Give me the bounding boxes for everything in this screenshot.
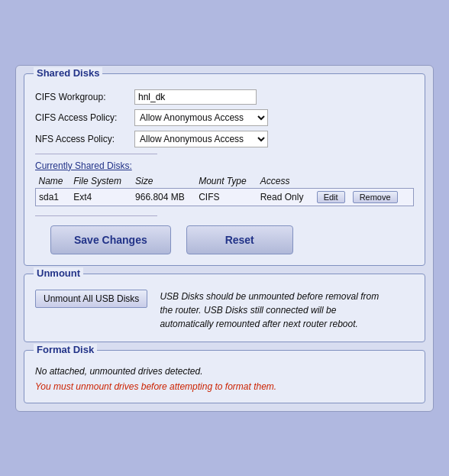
unmount-row: Unmount All USB Disks USB Disks should b… <box>35 290 414 331</box>
cell-filesystem: Ext4 <box>70 188 132 206</box>
remove-button[interactable]: Remove <box>353 191 398 203</box>
format-disk-panel: Format Disk No attached, unmounted drive… <box>24 350 425 403</box>
edit-button[interactable]: Edit <box>317 191 345 203</box>
cell-size: 966.804 MB <box>132 188 195 206</box>
nfs-access-row: NFS Access Policy: Allow Anonymous Acces… <box>35 131 414 147</box>
format-note-2: You must unmount drives before attemptin… <box>35 381 414 392</box>
format-disk-title: Format Disk <box>34 344 97 355</box>
table-section: Currently Shared Disks: Name File System… <box>35 160 414 206</box>
cell-mounttype: CIFS <box>195 188 257 206</box>
cifs-access-select[interactable]: Allow Anonymous Access Read Only Read/Wr… <box>134 109 268 126</box>
col-name: Name <box>36 174 71 189</box>
unmount-note: USB Disks should be unmounted before rem… <box>160 290 389 331</box>
disk-table: Name File System Size Mount Type Access … <box>35 174 414 206</box>
unmount-all-button[interactable]: Unmount All USB Disks <box>35 290 147 308</box>
col-access: Access <box>257 174 314 189</box>
col-actions <box>314 174 414 189</box>
nfs-access-label: NFS Access Policy: <box>35 134 134 144</box>
save-changes-button[interactable]: Save Changes <box>50 225 171 254</box>
reset-button[interactable]: Reset <box>186 225 293 254</box>
buttons-row: Save Changes Reset <box>35 225 414 254</box>
cifs-access-label: CIFS Access Policy: <box>35 112 134 123</box>
unmount-panel: Unmount Unmount All USB Disks USB Disks … <box>24 274 425 342</box>
divider-1 <box>35 154 157 154</box>
shared-disks-panel: Shared Disks CIFS Workgroup: CIFS Access… <box>24 73 425 266</box>
main-container: Shared Disks CIFS Workgroup: CIFS Access… <box>15 65 434 412</box>
table-row: sda1 Ext4 966.804 MB CIFS Read Only Edit… <box>36 188 414 206</box>
nfs-access-select[interactable]: Allow Anonymous Access Read Only Read/Wr… <box>134 131 268 147</box>
currently-shared-label: Currently Shared Disks: <box>35 160 414 171</box>
col-size: Size <box>132 174 195 189</box>
col-mounttype: Mount Type <box>195 174 257 189</box>
cifs-workgroup-label: CIFS Workgroup: <box>35 92 134 102</box>
col-filesystem: File System <box>70 174 132 189</box>
cifs-access-row: CIFS Access Policy: Allow Anonymous Acce… <box>35 109 414 126</box>
cell-name: sda1 <box>36 188 71 206</box>
unmount-title: Unmount <box>34 267 83 279</box>
shared-disks-title: Shared Disks <box>34 67 102 79</box>
format-note-1: No attached, unmounted drives detected. <box>35 366 414 377</box>
cifs-workgroup-row: CIFS Workgroup: <box>35 89 414 105</box>
cell-access: Read Only <box>257 188 314 206</box>
divider-2 <box>35 215 157 216</box>
cifs-workgroup-input[interactable] <box>134 89 257 105</box>
cell-actions: Edit Remove <box>314 188 414 206</box>
